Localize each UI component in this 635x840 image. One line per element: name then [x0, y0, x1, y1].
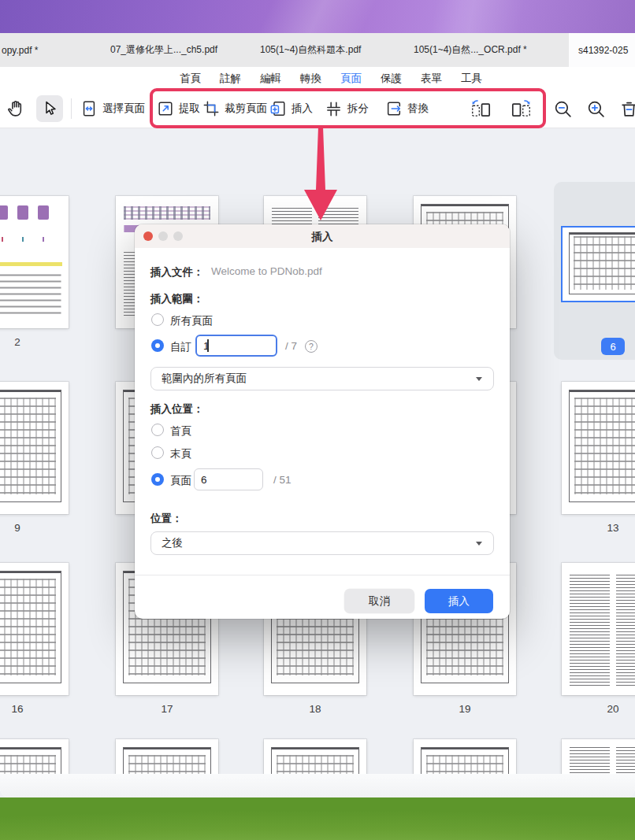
thumbnail-page-9[interactable] — [0, 382, 69, 514]
split-label: 拆分 — [347, 102, 369, 116]
page-number: 17 — [116, 703, 218, 715]
toolbar-divider — [71, 98, 72, 119]
window-bottom-strip — [0, 774, 635, 797]
last-page-label: 末頁 — [170, 447, 191, 461]
crop-icon — [202, 100, 220, 117]
zoom-out-button[interactable] — [553, 90, 573, 128]
tab-document-2[interactable]: 07_選修化學上..._ch5.pdf — [110, 33, 217, 67]
desktop-wallpaper-bottom — [0, 797, 635, 840]
dialog-footer-divider — [135, 575, 510, 575]
insert-page-icon — [269, 100, 287, 117]
page-number: 13 — [562, 522, 635, 534]
insert-dialog: 插入 插入文件： Welcome to PDNob.pdf 插入範圍： 所有頁面… — [135, 224, 510, 619]
range-filter-select[interactable]: 範圍內的所有頁面 — [150, 367, 494, 390]
thumbnail-page-13[interactable] — [562, 382, 635, 514]
replace-page-icon — [385, 100, 403, 117]
document-tab-bar: opy.pdf * 07_選修化學上..._ch5.pdf 105(1~4)自然… — [0, 33, 635, 67]
tab-document-active[interactable]: s41392-025 — [569, 33, 635, 67]
page-number: 20 — [562, 703, 635, 715]
extract-button[interactable]: 提取 — [157, 90, 200, 128]
page-number: 19 — [414, 703, 516, 715]
zoom-in-button[interactable] — [586, 90, 606, 128]
help-icon[interactable]: ? — [305, 340, 318, 353]
page-preview-content — [562, 739, 635, 774]
split-button[interactable]: 拆分 — [325, 90, 369, 128]
menu-annotate[interactable]: 註解 — [220, 72, 241, 86]
rotate-left-icon — [470, 98, 493, 119]
radio-page-number[interactable] — [151, 473, 164, 486]
insert-position-label: 插入位置： — [150, 402, 204, 416]
menu-tools[interactable]: 工具 — [461, 72, 482, 86]
radio-custom-range[interactable] — [151, 339, 164, 352]
replace-label: 替換 — [407, 102, 429, 116]
hand-icon — [6, 98, 27, 119]
menu-protect[interactable]: 保護 — [381, 72, 402, 86]
page-preview-content — [0, 382, 69, 514]
page-preview-content — [563, 228, 635, 301]
select-pages-label: 選擇頁面 — [102, 102, 145, 116]
rotate-right-button[interactable] — [509, 90, 533, 128]
page-preview-content — [264, 739, 366, 774]
thumbnail-page-2[interactable] — [0, 196, 69, 328]
thumbnail-page-23[interactable] — [264, 739, 366, 774]
screen: opy.pdf * 07_選修化學上..._ch5.pdf 105(1~4)自然… — [0, 0, 635, 840]
chevron-down-icon — [476, 542, 482, 546]
page-number: 9 — [0, 522, 69, 534]
thumbnail-page-20[interactable] — [562, 563, 635, 695]
extract-label: 提取 — [179, 102, 200, 116]
thumbnail-page-22[interactable] — [116, 739, 218, 774]
radio-all-pages[interactable] — [151, 313, 164, 326]
page-preview-content — [414, 739, 516, 774]
selected-page-badge: 6 — [601, 338, 625, 355]
radio-first-page[interactable] — [151, 424, 164, 436]
cursor-arrow-icon — [40, 99, 59, 118]
range-filter-value: 範圍內的所有頁面 — [162, 372, 247, 386]
position-select[interactable]: 之後 — [150, 531, 494, 555]
page-number-input[interactable] — [194, 468, 263, 490]
delete-page-button[interactable] — [619, 90, 635, 128]
replace-button[interactable]: 替換 — [385, 90, 429, 128]
chevron-down-icon — [476, 377, 482, 381]
page-preview-content — [0, 739, 69, 774]
page-label: 頁面 — [170, 474, 191, 488]
menu-edit[interactable]: 編輯 — [260, 72, 281, 86]
hand-tool-button[interactable] — [6, 90, 27, 128]
tab-document-4[interactable]: 105(1~4)自然..._OCR.pdf * — [414, 33, 527, 67]
dialog-title: 插入 — [135, 230, 510, 244]
insert-file-value: Welcome to PDNob.pdf — [211, 265, 322, 277]
cancel-button[interactable]: 取消 — [344, 589, 414, 613]
insert-confirm-button[interactable]: 插入 — [425, 589, 493, 613]
page-number: 16 — [0, 703, 69, 715]
select-pages-button[interactable]: 選擇頁面 — [80, 90, 145, 128]
crop-pages-button[interactable]: 裁剪頁面 — [202, 90, 267, 128]
tab-document-1[interactable]: opy.pdf * — [2, 33, 38, 67]
insert-button[interactable]: 插入 — [269, 90, 313, 128]
thumbnail-page-25[interactable] — [562, 739, 635, 774]
select-tool-button[interactable] — [36, 95, 63, 122]
menu-convert[interactable]: 轉換 — [300, 72, 321, 86]
rotate-right-icon — [509, 98, 533, 119]
thumbnail-page-16[interactable] — [0, 563, 69, 695]
radio-last-page[interactable] — [151, 446, 164, 459]
thumbnail-page-21[interactable] — [0, 739, 69, 774]
zoom-in-icon — [586, 99, 606, 119]
insert-file-label: 插入文件： — [150, 265, 204, 279]
page-preview-content — [562, 563, 635, 695]
tab-document-3[interactable]: 105(1~4)自然科題本.pdf — [260, 33, 361, 67]
insert-label: 插入 — [292, 102, 313, 116]
text-caret — [207, 339, 209, 352]
thumbnail-selected-page[interactable]: 6 — [554, 182, 635, 360]
dialog-titlebar: 插入 — [135, 224, 510, 248]
menu-page[interactable]: 頁面 — [340, 72, 362, 86]
trash-icon — [619, 99, 635, 119]
thumbnail-page-image[interactable] — [561, 226, 635, 302]
all-pages-label: 所有頁面 — [170, 314, 213, 328]
split-pages-icon — [325, 100, 343, 118]
thumbnail-page-24[interactable] — [414, 739, 516, 774]
menu-home[interactable]: 首頁 — [180, 72, 201, 86]
page-preview-content — [0, 196, 69, 328]
menu-form[interactable]: 表單 — [421, 72, 442, 86]
page-preview-content — [0, 563, 69, 695]
rotate-left-button[interactable] — [470, 90, 493, 128]
crop-pages-label: 裁剪頁面 — [225, 102, 267, 116]
